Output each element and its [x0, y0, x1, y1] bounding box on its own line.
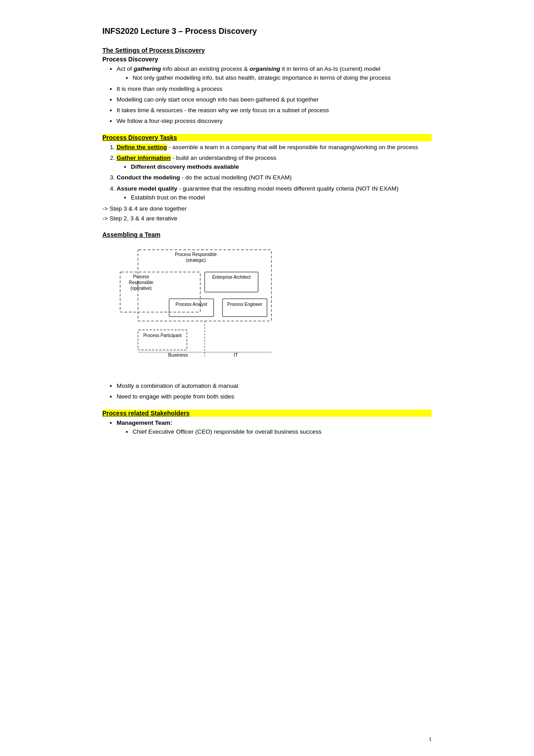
list-item: Need to engage with people from both sid… — [117, 392, 432, 401]
stakeholders-section: Process related Stakeholders Management … — [102, 410, 432, 437]
process-discovery-label: Process Discovery — [102, 56, 432, 63]
tasks-heading: Process Discovery Tasks — [102, 134, 432, 141]
list-item: Management Team: Chief Executive Officer… — [117, 419, 432, 437]
arrow-note-2: -> Step 2, 3 & 4 are iterative — [102, 214, 432, 224]
task-item-4: Assure model quality - guarantee that th… — [117, 184, 432, 203]
svg-text:Business: Business — [168, 352, 188, 358]
task-item-2: Gather information - build an understand… — [117, 154, 432, 172]
assembling-section: Assembling a Team Process Responsible (s… — [102, 231, 432, 402]
tasks-list: Define the setting - assemble a team in … — [117, 143, 432, 203]
list-item: Different discovery methods available — [131, 163, 432, 171]
list-item: Mostly a combination of automation & man… — [117, 382, 432, 390]
svg-text:IT: IT — [234, 352, 238, 358]
task-item-1: Define the setting - assemble a team in … — [117, 143, 432, 152]
stakeholders-list: Management Team: Chief Executive Officer… — [117, 419, 432, 437]
task-item-3: Conduct the modeling - do the actual mod… — [117, 173, 432, 182]
team-diagram-svg: Process Responsible (strategic) Process … — [111, 245, 298, 374]
sub-list: Different discovery methods available — [131, 163, 432, 171]
assembling-heading: Assembling a Team — [102, 231, 432, 238]
list-item: Chief Executive Officer (CEO) responsibl… — [133, 427, 432, 436]
management-team-label: Management Team: — [117, 419, 172, 426]
sub-list: Not only gather modelling info, but also… — [133, 73, 432, 82]
page-number: 1 — [429, 736, 432, 743]
list-item: It takes time & resources - the reason w… — [117, 106, 432, 115]
stakeholders-heading: Process related Stakeholders — [102, 410, 432, 417]
list-item: We follow a four-step process discovery — [117, 117, 432, 126]
page-title: INFS2020 Lecture 3 – Process Discovery — [102, 27, 432, 36]
settings-heading: The Settings of Process Discovery — [102, 47, 432, 54]
arrow-note-1: -> Step 3 & 4 are done together — [102, 204, 432, 214]
list-item: It is more than only modelling a process — [117, 85, 432, 93]
list-item: Modelling can only start once enough inf… — [117, 95, 432, 104]
process-discovery-list: Act of gathering info about an existing … — [117, 65, 432, 126]
task-label-1: Define the setting — [117, 144, 167, 150]
team-diagram: Process Responsible (strategic) Process … — [111, 245, 432, 374]
task-label-2: Gather information — [117, 154, 171, 161]
page: INFS2020 Lecture 3 – Process Discovery T… — [67, 0, 467, 756]
management-sub-list: Chief Executive Officer (CEO) responsibl… — [133, 427, 432, 436]
assembling-bullets: Mostly a combination of automation & man… — [117, 382, 432, 402]
tasks-section: Process Discovery Tasks Define the setti… — [102, 134, 432, 224]
list-item: Not only gather modelling info, but also… — [133, 73, 432, 82]
list-item: Establish trust on the model — [131, 193, 432, 202]
list-item: Act of gathering info about an existing … — [117, 65, 432, 83]
sub-list: Establish trust on the model — [131, 193, 432, 202]
settings-section: The Settings of Process Discovery Proces… — [102, 47, 432, 126]
